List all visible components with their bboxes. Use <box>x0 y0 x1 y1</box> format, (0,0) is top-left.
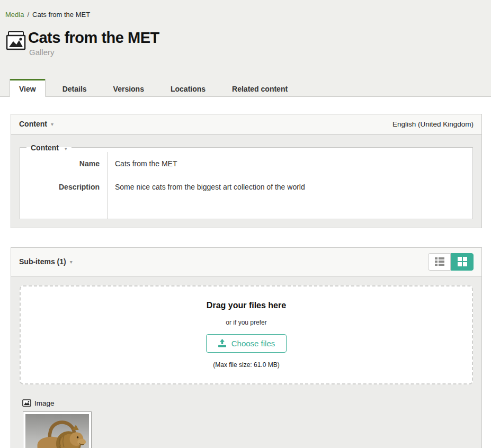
main-content: Content ▾ English (United Kingdom) Conte… <box>0 97 491 448</box>
title-block: Cats from the MET Gallery <box>5 30 486 57</box>
choose-files-label: Choose files <box>231 339 275 348</box>
field-row-name: Name Cats from the MET <box>20 152 472 175</box>
content-language-label: English (United Kingdom) <box>392 120 474 128</box>
upload-icon <box>218 339 227 347</box>
content-fields: Name Cats from the MET Description Some … <box>20 152 472 219</box>
subitem-type-label: Image <box>34 399 55 407</box>
content-panel-title: Content <box>19 120 47 128</box>
breadcrumb-separator: / <box>27 11 29 19</box>
content-panel-body: Content ▾ Name Cats from the MET Descrip… <box>11 135 481 228</box>
subitems-panel: Sub-items (1) ▾ <box>11 247 482 448</box>
subitems-panel-title: Sub-items (1) <box>19 257 66 266</box>
content-fieldset: Content ▾ Name Cats from the MET Descrip… <box>20 144 473 219</box>
breadcrumb-media-link[interactable]: Media <box>5 11 24 19</box>
content-panel-header: Content ▾ English (United Kingdom) <box>11 114 481 135</box>
chevron-down-icon: ▾ <box>65 146 67 151</box>
image-icon <box>22 399 31 407</box>
field-row-spacer <box>20 199 472 219</box>
file-dropzone[interactable]: Drag your files here or if you prefer Ch… <box>20 285 473 384</box>
subitem-thumbnail[interactable] <box>23 411 92 448</box>
dropzone-subtext: or if you prefer <box>26 319 467 326</box>
field-value-description: Some nice cats from the biggest art coll… <box>108 175 473 199</box>
tab-locations[interactable]: Locations <box>161 79 215 97</box>
field-label-name: Name <box>20 152 108 175</box>
choose-files-button[interactable]: Choose files <box>206 334 287 353</box>
subitems-panel-body: Drag your files here or if you prefer Ch… <box>11 276 481 448</box>
breadcrumb: Media/Cats from the MET <box>5 11 486 19</box>
max-file-size-note: (Max file size: 61.0 MB) <box>26 361 467 369</box>
page-subtitle: Gallery <box>29 48 159 57</box>
subitems-panel-toggle[interactable]: Sub-items (1) ▾ <box>19 257 73 266</box>
content-panel: Content ▾ English (United Kingdom) Conte… <box>11 114 482 228</box>
list-view-icon <box>434 257 445 266</box>
chevron-down-icon: ▾ <box>51 121 53 127</box>
view-toggle <box>428 253 474 271</box>
content-panel-toggle[interactable]: Content ▾ <box>19 120 53 128</box>
page-header-area: Media/Cats from the MET Cats from the ME… <box>0 0 491 97</box>
field-value-name: Cats from the MET <box>108 152 473 175</box>
subitem-image: Image <box>20 399 473 448</box>
tab-related-content[interactable]: Related content <box>222 79 297 97</box>
tab-versions[interactable]: Versions <box>104 79 154 97</box>
content-fieldset-title: Content <box>31 144 59 152</box>
grid-view-button[interactable] <box>451 253 474 271</box>
breadcrumb-current: Cats from the MET <box>32 11 90 19</box>
tab-view[interactable]: View <box>10 79 46 97</box>
golden-lion-sculpture-image <box>25 414 89 448</box>
page-title: Cats from the MET <box>28 30 159 47</box>
field-row-description: Description Some nice cats from the bigg… <box>20 175 472 199</box>
tab-details[interactable]: Details <box>53 79 96 97</box>
subitems-panel-header: Sub-items (1) ▾ <box>11 248 481 276</box>
grid-view-icon <box>457 256 468 267</box>
page: Media/Cats from the MET Cats from the ME… <box>0 0 491 448</box>
dropzone-heading: Drag your files here <box>26 301 467 310</box>
content-fieldset-toggle[interactable]: Content ▾ <box>26 144 72 152</box>
subitem-type-label-row: Image <box>22 399 473 407</box>
field-label-description: Description <box>20 175 108 199</box>
gallery-stack-icon <box>5 31 26 53</box>
list-view-button[interactable] <box>428 253 451 271</box>
tab-bar: View Details Versions Locations Related … <box>0 79 491 97</box>
chevron-down-icon: ▾ <box>70 259 73 265</box>
